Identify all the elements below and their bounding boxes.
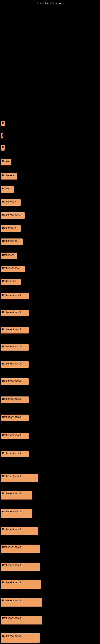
bottleneck-result-item: Bottleneck bbox=[1, 173, 17, 180]
bottleneck-result-item: Bottleneck result bbox=[1, 451, 29, 457]
bottleneck-result-item: Bottleneck r bbox=[1, 226, 21, 232]
bottleneck-result-item: Bottleneck result bbox=[1, 580, 41, 589]
bottleneck-result-item: Bottleneck result bbox=[1, 310, 29, 316]
site-title: TheBottlenecker.com bbox=[37, 2, 63, 5]
bottleneck-result-item: Bottleneck result bbox=[1, 563, 40, 571]
bottleneck-result-item: Bottleneck result bbox=[1, 527, 38, 535]
bottleneck-result-item: Bottleneck r bbox=[1, 279, 21, 285]
bottleneck-result-item: Bottleneck bbox=[1, 252, 17, 259]
bottleneck-result-item: Bottleneck resu bbox=[1, 266, 25, 272]
bottleneck-result-item: Bottleneck result bbox=[1, 378, 29, 385]
bottleneck-result-item: Bottle bbox=[1, 159, 11, 166]
bottleneck-result-item: Bottlen bbox=[1, 186, 14, 192]
bottleneck-result-item: Bottleneck result bbox=[1, 327, 29, 334]
bottleneck-result-item: Bottleneck result bbox=[1, 633, 40, 642]
bottleneck-result-item: Bottleneck result bbox=[1, 433, 29, 439]
bottleneck-result-item: B bbox=[1, 145, 4, 150]
bottleneck-result-item: Bottleneck result bbox=[1, 414, 29, 421]
bottleneck-result-item: Bottleneck r bbox=[1, 199, 21, 206]
bottleneck-result-item: Bottleneck result bbox=[1, 509, 32, 518]
bottleneck-result-item: Bottleneck result bbox=[1, 544, 40, 553]
bottleneck-result-item: Bottleneck result bbox=[1, 396, 29, 403]
bottleneck-result-item: Bottleneck result bbox=[1, 616, 42, 624]
bottleneck-result-item: Bottleneck result bbox=[1, 474, 38, 482]
bottleneck-result-item: Bottleneck result bbox=[1, 293, 29, 299]
bottleneck-result-item: Bottleneck result bbox=[1, 344, 29, 350]
bottleneck-result-item: | bbox=[1, 133, 3, 138]
bottleneck-result-item: Bottleneck result bbox=[1, 491, 32, 500]
bottleneck-result-item: Bottleneck result bbox=[1, 598, 42, 606]
bottleneck-result-item: Bottleneck re bbox=[1, 238, 23, 245]
bottleneck-result-item: Bottleneck result bbox=[1, 361, 29, 368]
bottleneck-result-item: Bottleneck resu bbox=[1, 212, 25, 219]
bottleneck-result-item: B bbox=[1, 121, 4, 126]
